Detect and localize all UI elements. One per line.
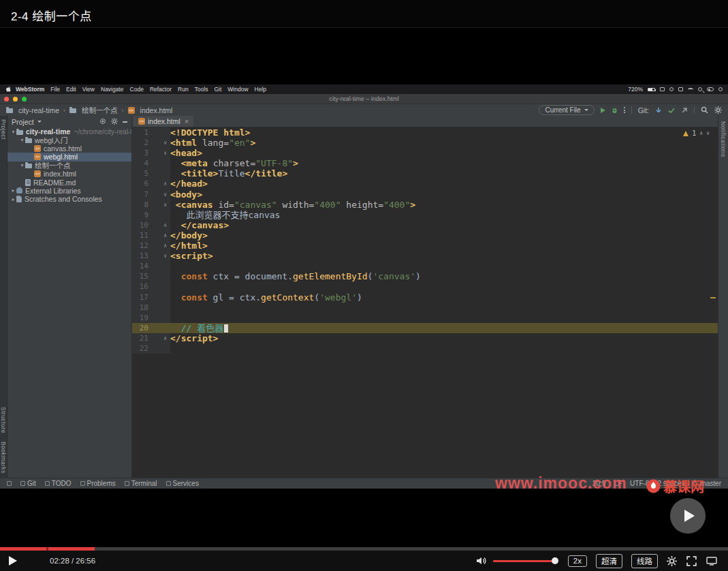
tree-item[interactable]: canvas.html xyxy=(7,144,131,153)
tree-item[interactable]: ▸Scratches and Consoles xyxy=(7,195,131,203)
git-update-icon[interactable] xyxy=(655,107,662,114)
code-line[interactable]: 11∧</body> xyxy=(132,230,718,241)
run-icon[interactable] xyxy=(601,108,605,113)
status-item-services[interactable]: Services xyxy=(166,480,199,487)
close-icon[interactable]: × xyxy=(185,117,189,125)
screen-mirroring-icon[interactable] xyxy=(678,87,683,91)
volume-slider[interactable] xyxy=(493,560,556,562)
tool-stripe-project[interactable]: Project xyxy=(0,119,7,140)
gutter[interactable]: 11∧ xyxy=(132,230,170,241)
tree-item[interactable]: ▾webgl入门 xyxy=(7,136,131,144)
status-item-terminal[interactable]: Terminal xyxy=(125,480,157,487)
tree-item[interactable]: README.md xyxy=(7,178,131,186)
fold-icon[interactable]: ∨ xyxy=(148,189,170,200)
fold-icon[interactable]: ∨ xyxy=(148,200,170,210)
menubar-menu[interactable]: File xyxy=(50,86,60,93)
menubar-menu[interactable]: Help xyxy=(255,86,266,93)
tree-item[interactable]: ▾city-real-time~/chrome/city-real-time xyxy=(7,127,131,136)
tree-item[interactable]: ▸External Libraries xyxy=(7,187,131,195)
tool-stripe-bookmarks[interactable]: Bookmarks xyxy=(0,442,7,474)
code-line[interactable]: 3∨<head> xyxy=(132,148,718,158)
gutter[interactable]: 9 xyxy=(132,210,170,220)
prev-warning-icon[interactable]: ∧ xyxy=(699,130,703,136)
status-item-git[interactable]: Git xyxy=(20,480,36,487)
code-line[interactable]: 7∨<body> xyxy=(132,189,718,200)
code-editor[interactable]: 1<!DOCTYPE html>2∨<html lang="en">3∨<hea… xyxy=(132,127,718,478)
web-fullscreen-icon[interactable] xyxy=(706,557,717,566)
search-icon[interactable] xyxy=(701,106,708,114)
tool-windows-icon[interactable] xyxy=(7,481,12,486)
fold-icon[interactable]: ∨ xyxy=(148,148,170,158)
code-line[interactable]: 18 xyxy=(132,303,718,313)
code-line[interactable]: 9 此浏览器不支持canvas xyxy=(132,210,718,220)
window-title-bar[interactable]: city-real-time – index.html xyxy=(0,94,728,104)
panel-settings-gear-icon[interactable] xyxy=(111,118,118,126)
menubar-menu[interactable]: Window xyxy=(227,86,248,93)
code-line[interactable]: 12∧</html> xyxy=(132,241,718,251)
tool-stripe-notifications[interactable]: Notifications xyxy=(720,121,727,478)
code-line[interactable]: 14 xyxy=(132,261,718,271)
status-item-problems[interactable]: Problems xyxy=(80,480,116,487)
volume-knob[interactable] xyxy=(552,557,558,564)
gutter[interactable]: 12∧ xyxy=(132,241,170,251)
code-line[interactable]: 1<!DOCTYPE html> xyxy=(132,127,718,138)
editor-tab[interactable]: index.html × xyxy=(133,116,193,127)
code-line[interactable]: 20 // 着色器 xyxy=(132,323,718,333)
gutter[interactable]: 1 xyxy=(132,127,170,138)
menubar-menu[interactable]: Navigate xyxy=(101,86,124,93)
spotlight-icon[interactable] xyxy=(698,87,702,91)
menubar-menu[interactable]: Run xyxy=(178,86,189,93)
input-source-icon[interactable] xyxy=(660,87,665,91)
settings-gear-icon[interactable] xyxy=(714,106,722,114)
big-play-button[interactable] xyxy=(670,498,706,534)
gutter[interactable]: 17 xyxy=(132,292,170,303)
menubar-menu[interactable]: Edit xyxy=(66,86,76,93)
code-line[interactable]: 16 xyxy=(132,281,718,292)
siri-icon[interactable] xyxy=(718,87,723,91)
breadcrumb-item[interactable]: 绘制一个点 xyxy=(69,105,118,115)
route-button[interactable]: 线路 xyxy=(631,554,658,568)
code-line[interactable]: 8∨ <canvas id="canvas" width="400" heigh… xyxy=(132,200,718,210)
debug-icon[interactable] xyxy=(612,107,618,114)
breadcrumb-item[interactable]: index.html xyxy=(128,106,173,114)
gutter[interactable]: 7∨ xyxy=(132,189,170,200)
quality-button[interactable]: 超清 xyxy=(596,554,622,568)
code-line[interactable]: 13∨<script> xyxy=(132,251,718,261)
fold-icon[interactable]: ∧ xyxy=(148,179,170,189)
more-actions-icon[interactable] xyxy=(624,107,625,113)
tree-item[interactable]: webgl.html xyxy=(7,153,131,161)
menubar-menu[interactable]: View xyxy=(82,86,95,93)
bluetooth-icon[interactable] xyxy=(669,87,674,91)
gutter[interactable]: 4 xyxy=(132,158,170,168)
fold-icon[interactable]: ∧ xyxy=(148,230,170,241)
apple-icon[interactable] xyxy=(5,86,11,93)
code-line[interactable]: 19 xyxy=(132,313,718,323)
menubar-menu[interactable]: WebStorm xyxy=(16,86,44,93)
code-line[interactable]: 21∧</script> xyxy=(132,333,718,343)
status-item-todo[interactable]: TODO xyxy=(45,480,72,487)
gutter[interactable]: 22 xyxy=(132,343,170,354)
tool-stripe-structure[interactable]: Structure xyxy=(0,407,7,433)
menubar-menu[interactable]: Tools xyxy=(195,86,208,93)
code-line[interactable]: 4 <meta charset="UTF-8"> xyxy=(132,158,718,168)
code-line[interactable]: 15 const ctx = document.getElementById('… xyxy=(132,271,718,281)
gutter[interactable]: 19 xyxy=(132,313,170,323)
project-panel-title[interactable]: Project xyxy=(12,118,34,126)
volume-icon[interactable] xyxy=(476,557,487,565)
hide-panel-icon[interactable] xyxy=(123,121,127,123)
fold-icon[interactable]: ∧ xyxy=(148,241,170,251)
fullscreen-icon[interactable] xyxy=(686,556,697,566)
gutter[interactable]: 8∨ xyxy=(132,200,170,210)
menubar-menu[interactable]: Git xyxy=(214,86,221,93)
code-line[interactable]: 6∧</head> xyxy=(132,179,718,189)
gutter[interactable]: 21∧ xyxy=(132,333,170,343)
warning-stripe-mark[interactable] xyxy=(710,297,716,298)
git-commit-icon[interactable] xyxy=(668,107,675,114)
gutter[interactable]: 13∨ xyxy=(132,251,170,261)
inspection-widget[interactable]: 1 ∧ ∨ xyxy=(683,129,710,137)
fold-icon[interactable]: ∧ xyxy=(148,333,170,343)
code-line[interactable]: 10∧ </canvas> xyxy=(132,220,718,230)
control-center-icon[interactable] xyxy=(707,87,714,91)
wifi-icon[interactable] xyxy=(688,88,693,91)
code-line[interactable]: 17 const gl = ctx.getContext('webgl') xyxy=(132,292,718,303)
